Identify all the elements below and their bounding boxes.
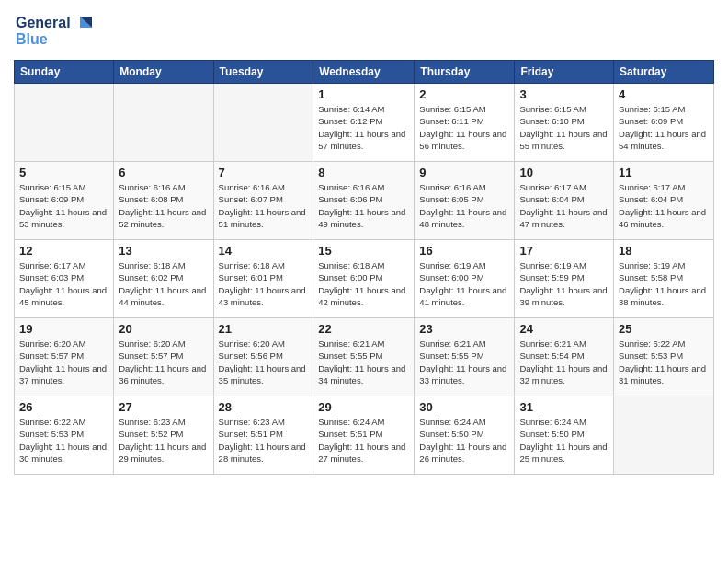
day-number: 17 [519,244,609,258]
day-info: Sunrise: 6:22 AM Sunset: 5:53 PM Dayligh… [19,416,108,465]
calendar-cell: 19Sunrise: 6:20 AM Sunset: 5:57 PM Dayli… [15,318,114,396]
day-number: 18 [619,244,709,258]
day-info: Sunrise: 6:19 AM Sunset: 5:59 PM Dayligh… [519,259,609,308]
day-number: 11 [619,166,709,179]
calendar-week-row: 1Sunrise: 6:14 AM Sunset: 6:12 PM Daylig… [15,84,714,162]
calendar-cell: 2Sunrise: 6:15 AM Sunset: 6:11 PM Daylig… [415,84,515,162]
day-info: Sunrise: 6:18 AM Sunset: 6:01 PM Dayligh… [219,259,309,308]
calendar-table: SundayMondayTuesdayWednesdayThursdayFrid… [14,60,714,475]
calendar-cell [614,396,714,475]
day-number: 15 [318,244,409,258]
calendar-cell: 30Sunrise: 6:24 AM Sunset: 5:50 PM Dayli… [415,396,515,475]
calendar-cell: 22Sunrise: 6:21 AM Sunset: 5:55 PM Dayli… [313,318,415,396]
day-info: Sunrise: 6:24 AM Sunset: 5:50 PM Dayligh… [419,416,509,465]
calendar-week-row: 19Sunrise: 6:20 AM Sunset: 5:57 PM Dayli… [15,318,714,396]
day-number: 10 [519,166,609,179]
day-number: 7 [219,166,309,179]
calendar-cell: 31Sunrise: 6:24 AM Sunset: 5:50 PM Dayli… [515,396,614,475]
day-info: Sunrise: 6:24 AM Sunset: 5:51 PM Dayligh… [318,416,409,465]
calendar-week-row: 26Sunrise: 6:22 AM Sunset: 5:53 PM Dayli… [15,396,714,475]
day-number: 1 [318,87,409,101]
day-info: Sunrise: 6:21 AM Sunset: 5:55 PM Dayligh… [419,338,509,386]
day-number: 22 [318,322,409,336]
calendar-cell: 23Sunrise: 6:21 AM Sunset: 5:55 PM Dayli… [415,318,515,396]
header: General Blue [14,9,714,54]
day-number: 25 [619,322,709,336]
day-number: 28 [219,400,309,414]
day-number: 30 [419,400,509,414]
day-info: Sunrise: 6:15 AM Sunset: 6:10 PM Dayligh… [519,103,609,152]
calendar-cell: 13Sunrise: 6:18 AM Sunset: 6:02 PM Dayli… [114,240,213,318]
day-number: 24 [519,322,609,336]
calendar-cell: 26Sunrise: 6:22 AM Sunset: 5:53 PM Dayli… [15,396,114,475]
day-number: 2 [419,87,509,101]
calendar-cell: 3Sunrise: 6:15 AM Sunset: 6:10 PM Daylig… [515,84,614,162]
weekday-header-thursday: Thursday [415,61,515,84]
day-number: 6 [119,166,208,179]
day-info: Sunrise: 6:20 AM Sunset: 5:56 PM Dayligh… [219,338,309,386]
calendar-cell: 27Sunrise: 6:23 AM Sunset: 5:52 PM Dayli… [114,396,213,475]
day-number: 14 [219,244,309,258]
day-number: 12 [19,244,108,258]
day-info: Sunrise: 6:21 AM Sunset: 5:54 PM Dayligh… [519,338,609,386]
day-info: Sunrise: 6:18 AM Sunset: 6:02 PM Dayligh… [119,259,208,308]
day-info: Sunrise: 6:15 AM Sunset: 6:09 PM Dayligh… [19,181,108,230]
calendar-cell: 12Sunrise: 6:17 AM Sunset: 6:03 PM Dayli… [15,240,114,318]
day-number: 5 [19,166,108,179]
weekday-header-row: SundayMondayTuesdayWednesdayThursdayFrid… [15,61,714,84]
day-info: Sunrise: 6:18 AM Sunset: 6:00 PM Dayligh… [318,259,409,308]
day-number: 20 [119,322,208,336]
day-info: Sunrise: 6:17 AM Sunset: 6:04 PM Dayligh… [619,181,709,230]
day-number: 16 [419,244,509,258]
calendar-cell: 29Sunrise: 6:24 AM Sunset: 5:51 PM Dayli… [313,396,415,475]
calendar-week-row: 12Sunrise: 6:17 AM Sunset: 6:03 PM Dayli… [15,240,714,318]
day-info: Sunrise: 6:20 AM Sunset: 5:57 PM Dayligh… [119,338,208,386]
day-info: Sunrise: 6:15 AM Sunset: 6:09 PM Dayligh… [619,103,709,152]
calendar-cell: 15Sunrise: 6:18 AM Sunset: 6:00 PM Dayli… [313,240,415,318]
day-info: Sunrise: 6:16 AM Sunset: 6:07 PM Dayligh… [219,181,309,230]
day-number: 13 [119,244,208,258]
day-info: Sunrise: 6:17 AM Sunset: 6:04 PM Dayligh… [519,181,609,230]
day-info: Sunrise: 6:20 AM Sunset: 5:57 PM Dayligh… [19,338,108,386]
day-info: Sunrise: 6:19 AM Sunset: 5:58 PM Dayligh… [619,259,709,308]
calendar-cell [114,84,213,162]
calendar-cell: 24Sunrise: 6:21 AM Sunset: 5:54 PM Dayli… [515,318,614,396]
day-number: 19 [19,322,108,336]
calendar-cell [213,84,313,162]
day-info: Sunrise: 6:23 AM Sunset: 5:52 PM Dayligh… [119,416,208,465]
calendar-cell: 5Sunrise: 6:15 AM Sunset: 6:09 PM Daylig… [15,162,114,240]
day-info: Sunrise: 6:22 AM Sunset: 5:53 PM Dayligh… [619,338,709,386]
day-number: 4 [619,87,709,101]
day-number: 9 [419,166,509,179]
day-number: 27 [119,400,208,414]
weekday-header-friday: Friday [515,61,614,84]
calendar-cell [15,84,114,162]
calendar-cell: 1Sunrise: 6:14 AM Sunset: 6:12 PM Daylig… [313,84,415,162]
day-info: Sunrise: 6:16 AM Sunset: 6:05 PM Dayligh… [419,181,509,230]
calendar-cell: 11Sunrise: 6:17 AM Sunset: 6:04 PM Dayli… [614,162,714,240]
day-info: Sunrise: 6:16 AM Sunset: 6:06 PM Dayligh… [318,181,409,230]
weekday-header-saturday: Saturday [614,61,714,84]
logo: General Blue [14,9,97,54]
calendar-cell: 25Sunrise: 6:22 AM Sunset: 5:53 PM Dayli… [614,318,714,396]
calendar-cell: 14Sunrise: 6:18 AM Sunset: 6:01 PM Dayli… [213,240,313,318]
page: General Blue SundayMondayTuesdayWednesda… [0,0,728,563]
calendar-cell: 18Sunrise: 6:19 AM Sunset: 5:58 PM Dayli… [614,240,714,318]
day-info: Sunrise: 6:14 AM Sunset: 6:12 PM Dayligh… [318,103,409,152]
calendar-cell: 28Sunrise: 6:23 AM Sunset: 5:51 PM Dayli… [213,396,313,475]
day-number: 3 [519,87,609,101]
day-info: Sunrise: 6:17 AM Sunset: 6:03 PM Dayligh… [19,259,108,308]
calendar-cell: 9Sunrise: 6:16 AM Sunset: 6:05 PM Daylig… [415,162,515,240]
day-info: Sunrise: 6:24 AM Sunset: 5:50 PM Dayligh… [519,416,609,465]
weekday-header-tuesday: Tuesday [213,61,313,84]
calendar-cell: 6Sunrise: 6:16 AM Sunset: 6:08 PM Daylig… [114,162,213,240]
calendar-cell: 21Sunrise: 6:20 AM Sunset: 5:56 PM Dayli… [213,318,313,396]
day-info: Sunrise: 6:21 AM Sunset: 5:55 PM Dayligh… [318,338,409,386]
calendar-cell: 20Sunrise: 6:20 AM Sunset: 5:57 PM Dayli… [114,318,213,396]
calendar-cell: 17Sunrise: 6:19 AM Sunset: 5:59 PM Dayli… [515,240,614,318]
day-info: Sunrise: 6:23 AM Sunset: 5:51 PM Dayligh… [219,416,309,465]
day-number: 31 [519,400,609,414]
day-info: Sunrise: 6:16 AM Sunset: 6:08 PM Dayligh… [119,181,208,230]
day-number: 8 [318,166,409,179]
calendar-cell: 7Sunrise: 6:16 AM Sunset: 6:07 PM Daylig… [213,162,313,240]
